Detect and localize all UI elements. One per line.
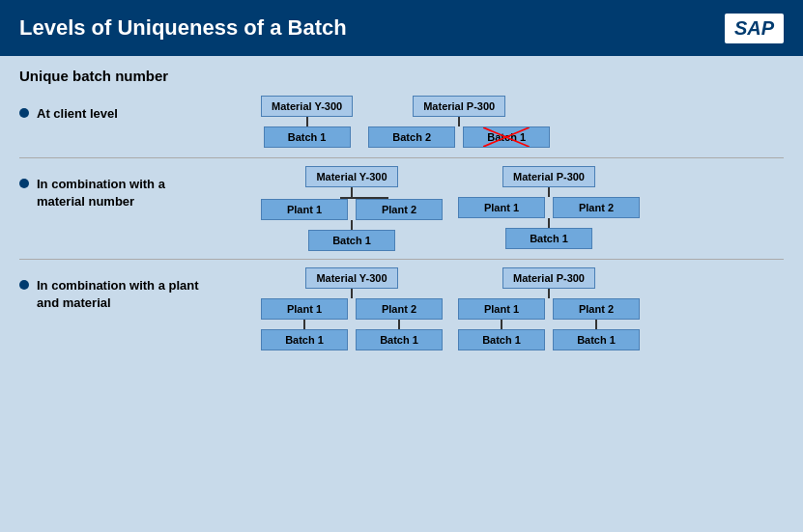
tree-y300-row3: Material Y-300 Plant 1 Plant 2 Batch 1 <box>261 267 443 350</box>
label-plant-material: In combination with a plantand material <box>19 267 251 312</box>
material-y300-r3: Material Y-300 <box>305 267 397 289</box>
vline-r3-b1-1 <box>303 320 305 329</box>
batch1-r1-t1: Batch 1 <box>264 126 351 148</box>
vline-r2-t2 <box>548 187 550 197</box>
vline-r2-b2 <box>548 218 550 228</box>
header: Levels of Uniqueness of a Batch SAP <box>0 0 803 56</box>
diagram-row3: Material Y-300 Plant 1 Plant 2 Batch 1 <box>261 267 784 350</box>
vline-r2-b1 <box>351 220 353 230</box>
bullet-icon-2 <box>19 179 29 188</box>
plant2-r3-t1: Plant 2 <box>356 298 443 320</box>
vline-r2-t1 <box>351 187 353 197</box>
batch1-r2-t2: Batch 1 <box>505 228 592 249</box>
bullet-icon-3 <box>19 280 29 290</box>
batch1-r1-crossed: Batch 1 <box>463 126 550 148</box>
plant1-r3-t2: Plant 1 <box>458 298 545 320</box>
vline-r3-b2-1 <box>501 320 502 329</box>
slide: Levels of Uniqueness of a Batch SAP Uniq… <box>0 0 803 532</box>
batch1-r3-t1-1: Batch 1 <box>261 329 348 350</box>
diagram-row2: Material Y-300 Plant 1 <box>261 166 784 251</box>
plant2-r2-t1: Plant 2 <box>356 199 443 220</box>
plant2-r3-t2: Plant 2 <box>553 298 640 320</box>
plant1-r2-t1: Plant 1 <box>261 199 348 220</box>
material-p300-r3: Material P-300 <box>502 267 595 289</box>
label-material-number: In combination with amaterial number <box>19 166 251 210</box>
batch1-r3-t2-2: Batch 1 <box>553 329 640 350</box>
label-text-material: In combination with amaterial number <box>37 176 165 210</box>
diagram-row1: Material Y-300 Batch 1 Material P-300 Ba… <box>261 96 784 148</box>
vline-r3-t2 <box>548 289 550 298</box>
material-p300-r1: Material P-300 <box>413 96 505 117</box>
batch2-r1: Batch 2 <box>368 126 455 148</box>
row-client-level: At client level Material Y-300 Batch 1 M… <box>19 96 784 158</box>
label-client-level: At client level <box>19 96 251 123</box>
plant1-r2-t2: Plant 1 <box>458 197 545 218</box>
tree-p300-row1: Material P-300 Batch 2 Batch 1 <box>368 96 550 148</box>
vline-r3-b2-2 <box>595 320 597 329</box>
section-title: Unique batch number <box>19 68 784 84</box>
vline-r3-t1 <box>351 289 353 298</box>
batch1-r2-t1: Batch 1 <box>308 230 395 251</box>
plant1-r3-t1: Plant 1 <box>261 298 348 320</box>
label-text-plant: In combination with a plantand material <box>37 277 199 312</box>
batch1-r3-t2-1: Batch 1 <box>458 329 545 350</box>
material-y300-r1: Material Y-300 <box>261 96 353 117</box>
plant2-r2-t2: Plant 2 <box>553 197 640 218</box>
slide-title: Levels of Uniqueness of a Batch <box>19 15 347 41</box>
tree-y300-row2: Material Y-300 Plant 1 <box>261 166 443 251</box>
sap-logo: SAP <box>725 14 784 43</box>
tree-y300-row1: Material Y-300 Batch 1 <box>261 96 353 148</box>
bullet-icon <box>19 108 29 118</box>
content-area: Unique batch number At client level Mate… <box>0 56 803 532</box>
material-p300-r2: Material P-300 <box>502 166 595 187</box>
vline-r1-t2 <box>458 117 460 126</box>
row-plant-material: In combination with a plantand material … <box>19 267 784 350</box>
batch1-r3-t1-2: Batch 1 <box>356 329 443 350</box>
vline-r1-t1 <box>306 117 308 126</box>
material-y300-r2: Material Y-300 <box>305 166 397 187</box>
label-text-client: At client level <box>37 105 118 123</box>
tree-p300-row2: Material P-300 Plant 1 Plant 2 Batch 1 <box>458 166 640 251</box>
tree-p300-row3: Material P-300 Plant 1 Plant 2 Batch 1 <box>458 267 640 350</box>
vline-r3-b1-2 <box>398 320 400 329</box>
row-material-number: In combination with amaterial number Mat… <box>19 166 784 260</box>
